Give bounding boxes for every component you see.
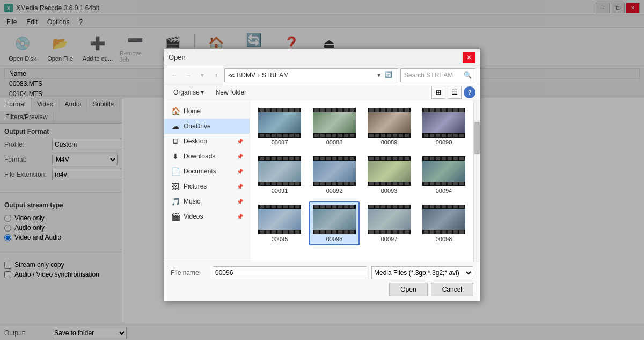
file-thumb-92 [313, 156, 356, 186]
file-item-95[interactable]: 00095 [254, 201, 305, 245]
file-label-90: 00090 [436, 139, 452, 146]
videos-icon: 🎬 [171, 212, 180, 221]
file-thumb-89 [368, 108, 411, 138]
sidebar-item-onedrive[interactable]: ☁ OneDrive [164, 119, 250, 134]
dialog-close-button[interactable]: ✕ [463, 52, 475, 63]
sidebar-item-downloads[interactable]: ⬇ Downloads 📌 [164, 149, 250, 164]
organise-button[interactable]: Organise ▾ [169, 87, 209, 98]
sidebar-item-music-label: Music [184, 198, 200, 205]
file-thumb-94 [422, 156, 465, 186]
search-icon: 🔍 [464, 71, 472, 79]
file-item-87[interactable]: 00087 [254, 105, 305, 149]
filename-input[interactable] [213, 266, 367, 279]
file-thumb-93 [368, 156, 411, 186]
file-thumb-96 [313, 205, 356, 234]
sidebar-item-music[interactable]: 🎵 Music 📌 [164, 194, 250, 209]
file-item-94[interactable]: 00094 [419, 153, 469, 197]
file-item-97[interactable]: 00097 [364, 201, 414, 245]
address-dropdown-icon: ▾ [377, 71, 380, 79]
onedrive-icon: ☁ [171, 121, 180, 131]
filetype-select[interactable]: Media Files (*.3gp;*.3g2;*.avi) [371, 266, 473, 279]
downloads-pin-icon: 📌 [237, 154, 243, 160]
search-placeholder: Search STREAM [404, 71, 453, 79]
dialog-bottom: File name: Media Files (*.3gp;*.3g2;*.av… [164, 262, 480, 301]
sidebar-item-videos-label: Videos [184, 213, 203, 220]
sidebar-item-desktop[interactable]: 🖥 Desktop 📌 [164, 134, 250, 149]
dialog-content: 🏠 Home ☁ OneDrive 🖥 Desktop 📌 ⬇ Download… [164, 100, 480, 262]
sidebar-item-desktop-label: Desktop [184, 138, 207, 145]
file-label-88: 00088 [326, 139, 343, 146]
filename-label: File name: [171, 269, 208, 277]
dialog-help-button[interactable]: ? [464, 86, 475, 98]
organise-dropdown-icon: ▾ [201, 89, 204, 96]
videos-pin-icon: 📌 [237, 214, 243, 220]
file-grid: 0008700088000890009000091000920009300094… [250, 100, 473, 262]
file-label-91: 00091 [272, 187, 288, 194]
sidebar-item-documents-label: Documents [184, 168, 216, 175]
file-thumb-95 [258, 205, 301, 234]
nav-back-button[interactable]: ← [169, 69, 180, 81]
new-folder-button[interactable]: New folder [211, 87, 251, 98]
file-label-98: 00098 [436, 236, 452, 242]
filename-row: File name: Media Files (*.3gp;*.3g2;*.av… [171, 266, 473, 279]
file-label-95: 00095 [272, 236, 288, 242]
file-label-89: 00089 [381, 139, 398, 146]
sidebar-item-pictures[interactable]: 🖼 Pictures 📌 [164, 179, 250, 194]
documents-pin-icon: 📌 [237, 169, 243, 175]
file-label-94: 00094 [436, 187, 452, 194]
search-box[interactable]: Search STREAM 🔍 [400, 68, 475, 82]
desktop-icon: 🖥 [171, 136, 180, 146]
nav-recent-button[interactable]: ▼ [196, 69, 208, 81]
address-part-1: ≪ BDMV [228, 71, 255, 79]
sidebar-item-documents[interactable]: 📄 Documents 📌 [164, 164, 250, 179]
dialog-title: Open [169, 53, 186, 61]
dialog-cancel-button[interactable]: Cancel [431, 283, 473, 296]
dialog-overlay: Open ✕ ← → ▼ ↑ ≪ BDMV › STREAM ▾ 🔄 Searc… [0, 0, 644, 340]
address-part-2: STREAM [262, 71, 289, 79]
address-bar[interactable]: ≪ BDMV › STREAM ▾ 🔄 [224, 68, 398, 82]
file-thumb-91 [258, 156, 301, 186]
desktop-pin-icon: 📌 [237, 139, 243, 144]
view-grid-button[interactable]: ⊞ [431, 86, 445, 99]
file-item-92[interactable]: 00092 [309, 153, 360, 197]
file-label-97: 00097 [381, 236, 398, 242]
file-item-93[interactable]: 00093 [364, 153, 414, 197]
dialog-titlebar: Open ✕ [164, 49, 480, 66]
refresh-button[interactable]: 🔄 [383, 69, 394, 81]
file-label-87: 00087 [272, 139, 288, 146]
file-item-89[interactable]: 00089 [364, 105, 414, 149]
file-label-93: 00093 [381, 187, 398, 194]
file-item-88[interactable]: 00088 [309, 105, 360, 149]
file-thumb-88 [313, 108, 356, 138]
sidebar-item-onedrive-label: OneDrive [184, 122, 211, 130]
dialog-addressbar: ← → ▼ ↑ ≪ BDMV › STREAM ▾ 🔄 Search STREA… [164, 66, 480, 84]
nav-up-button[interactable]: ↑ [210, 69, 222, 81]
file-item-96[interactable]: 00096 [309, 201, 360, 245]
file-thumb-98 [422, 205, 465, 234]
organise-label: Organise [173, 89, 200, 96]
home-icon: 🏠 [171, 106, 180, 116]
view-list-button[interactable]: ☰ [448, 86, 462, 99]
file-item-90[interactable]: 00090 [419, 105, 469, 149]
file-item-91[interactable]: 00091 [254, 153, 305, 197]
dialog-open-button[interactable]: Open [389, 283, 427, 296]
scrollbar-thumb[interactable] [474, 122, 480, 154]
music-pin-icon: 📌 [237, 199, 243, 205]
pictures-pin-icon: 📌 [237, 184, 243, 190]
dialog-sidebar: 🏠 Home ☁ OneDrive 🖥 Desktop 📌 ⬇ Download… [164, 100, 250, 262]
sidebar-item-home[interactable]: 🏠 Home [164, 104, 250, 119]
sidebar-item-pictures-label: Pictures [184, 183, 207, 190]
open-dialog: Open ✕ ← → ▼ ↑ ≪ BDMV › STREAM ▾ 🔄 Searc… [164, 48, 480, 301]
file-item-98[interactable]: 00098 [419, 201, 469, 245]
scrollbar[interactable] [473, 100, 480, 262]
downloads-icon: ⬇ [171, 151, 180, 161]
file-thumb-97 [368, 205, 411, 234]
sidebar-item-videos[interactable]: 🎬 Videos 📌 [164, 209, 250, 224]
address-separator: › [258, 71, 260, 79]
file-label-96: 00096 [326, 236, 343, 242]
dialog-toolbar: Organise ▾ New folder ⊞ ☰ ? [164, 84, 480, 100]
pictures-icon: 🖼 [171, 182, 180, 191]
nav-forward-button[interactable]: → [182, 69, 194, 81]
sidebar-item-home-label: Home [184, 107, 201, 115]
music-icon: 🎵 [171, 197, 180, 206]
